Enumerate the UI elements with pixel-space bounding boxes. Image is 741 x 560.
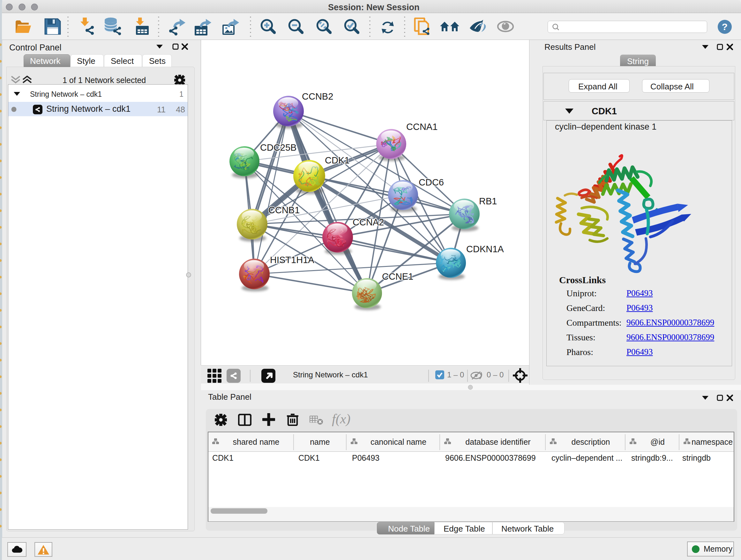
svg-text:CCNA1: CCNA1 [406,122,437,132]
svg-text:CDC6: CDC6 [419,177,444,187]
svg-text:CDK1: CDK1 [325,155,349,165]
svg-text:CCNB2: CCNB2 [302,91,333,102]
svg-text:CDKN1A: CDKN1A [466,244,504,254]
svg-text:HIST1H1A: HIST1H1A [270,255,314,265]
svg-text:CCNA2: CCNA2 [353,217,384,227]
svg-text:CCNB1: CCNB1 [268,205,300,215]
svg-text:CCNE1: CCNE1 [382,271,413,282]
svg-text:CDC25B: CDC25B [260,142,296,152]
svg-text:?: ? [722,21,728,32]
svg-text:RB1: RB1 [479,196,497,206]
